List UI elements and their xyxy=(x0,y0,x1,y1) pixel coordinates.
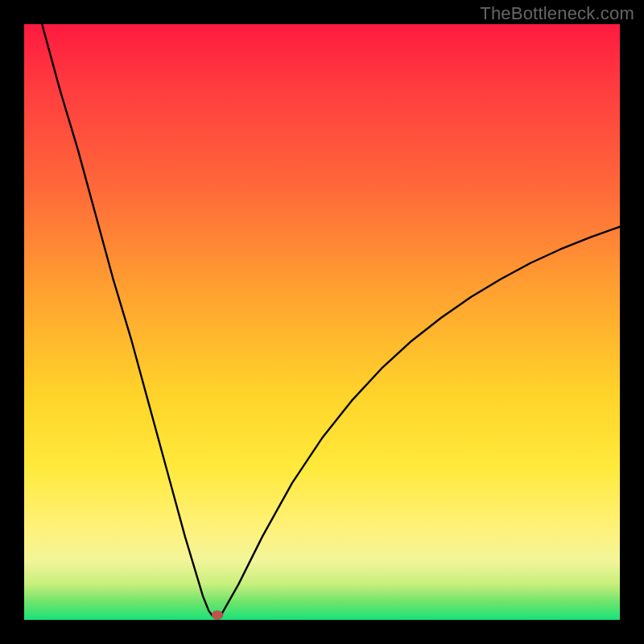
minimum-marker xyxy=(212,611,223,620)
curve-layer xyxy=(24,24,620,620)
plot-area xyxy=(24,24,620,620)
attribution-text: TheBottleneck.com xyxy=(480,3,634,24)
bottleneck-curve xyxy=(42,24,620,616)
chart-stage: TheBottleneck.com xyxy=(0,0,644,644)
